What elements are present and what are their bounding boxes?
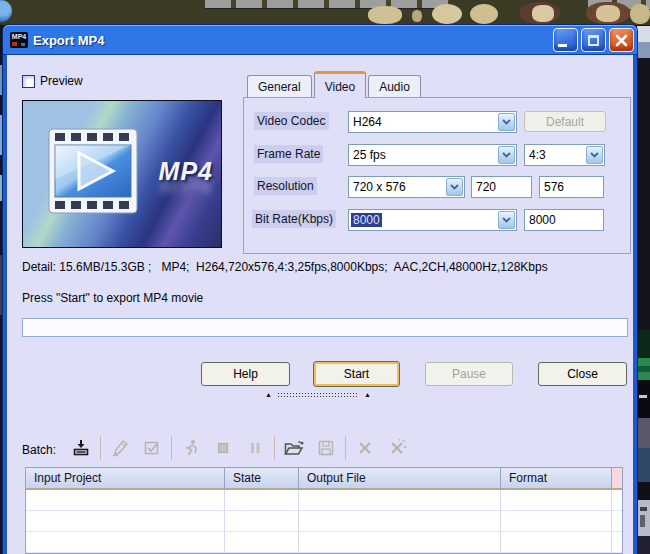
chevron-down-icon (590, 152, 599, 158)
batch-table-header: Input Project State Output File Format (26, 468, 622, 490)
filmstrip-play-icon (47, 127, 141, 219)
resolution-combo[interactable]: 720 x 576 (348, 176, 465, 198)
frame-rate-label: Frame Rate (254, 145, 323, 163)
toolbar-separator (100, 436, 101, 460)
screen: MP4 Export MP4 Preview (0, 0, 650, 554)
video-codec-combo[interactable]: H264 (348, 111, 517, 133)
resolution-dropdown-arrow[interactable] (446, 178, 463, 196)
minimize-button[interactable] (553, 28, 578, 52)
toolbar-separator (345, 436, 346, 460)
background-right-edge (637, 25, 650, 554)
chevron-down-icon (502, 119, 511, 125)
bit-rate-input[interactable] (524, 209, 604, 231)
checkbox-check-icon (142, 438, 162, 458)
edit-pencil-icon (110, 438, 130, 458)
batch-open-button[interactable] (281, 436, 307, 460)
preview-image: MP4 (22, 100, 222, 248)
batch-import-button[interactable] (68, 436, 94, 460)
column-header-output-file[interactable]: Output File (299, 468, 501, 488)
close-button[interactable]: Close (538, 362, 627, 386)
dialog-body: Preview (7, 55, 633, 554)
background-logo (0, 0, 12, 22)
table-row (26, 490, 622, 511)
batch-save-button[interactable] (313, 436, 339, 460)
minimize-icon (558, 44, 567, 47)
collapse-arrow-icon: ▲ (364, 391, 371, 399)
column-header-spacer (612, 468, 622, 488)
detail-text: Detail: 15.6MB/15.3GB ; MP4; H264,720x57… (22, 260, 548, 274)
pause-icon (245, 438, 265, 458)
batch-label: Batch: (22, 443, 56, 457)
aspect-ratio-combo[interactable]: 4:3 (524, 144, 605, 166)
maximize-button[interactable] (581, 28, 606, 52)
save-floppy-icon (316, 438, 336, 458)
chevron-down-icon (502, 217, 511, 223)
video-codec-dropdown-arrow[interactable] (498, 113, 515, 131)
toolbar-separator (171, 436, 172, 460)
collapse-arrow-icon: ▲ (265, 391, 272, 399)
resolution-label: Resolution (254, 177, 317, 195)
toolbar-separator (274, 436, 275, 460)
resolution-width-input[interactable] (471, 176, 532, 198)
run-man-icon (181, 438, 201, 458)
open-folder-icon (283, 438, 305, 458)
collapse-dotted-handle (277, 392, 359, 398)
tab-audio[interactable]: Audio (368, 75, 421, 98)
preview-checkbox-label: Preview (40, 74, 83, 88)
start-button[interactable]: Start (313, 361, 400, 387)
mp4-app-icon: MP4 (10, 32, 28, 48)
export-mp4-dialog: MP4 Export MP4 Preview (3, 25, 637, 554)
batch-table: Input Project State Output File Format (25, 467, 623, 554)
bit-rate-dropdown-arrow[interactable] (498, 211, 515, 229)
pause-button[interactable]: Pause (425, 362, 513, 386)
batch-delete-all-button[interactable] (384, 436, 410, 460)
window-title: Export MP4 (33, 33, 105, 48)
table-row (26, 532, 622, 553)
preview-mp4-text: MP4 (159, 157, 213, 186)
help-button[interactable]: Help (201, 362, 290, 386)
batch-stop-button[interactable] (210, 436, 236, 460)
video-codec-label: Video Codec (254, 112, 329, 130)
chevron-down-icon (450, 184, 459, 190)
tab-general[interactable]: General (247, 75, 312, 98)
column-header-state[interactable]: State (225, 468, 299, 488)
preview-checkbox[interactable] (22, 75, 35, 88)
collapse-batch-control[interactable]: ▲ ▲ (265, 391, 371, 399)
default-button[interactable]: Default (524, 111, 606, 132)
stop-icon (213, 438, 233, 458)
batch-delete-button[interactable] (352, 436, 378, 460)
titlebar[interactable]: MP4 Export MP4 (3, 25, 637, 55)
start-hint-text: Press "Start" to export MP4 movie (22, 291, 203, 305)
delete-x-icon (355, 438, 375, 458)
progress-bar (22, 318, 628, 337)
video-tab-panel: Video Codec H264 Default Frame Rate 25 f… (243, 97, 631, 254)
bit-rate-label: Bit Rate(Kbps) (252, 210, 336, 228)
table-row (26, 511, 622, 532)
frame-rate-dropdown-arrow[interactable] (498, 146, 515, 164)
close-icon (615, 34, 628, 47)
background-app-top (0, 0, 650, 25)
import-icon (71, 438, 91, 458)
batch-check-button[interactable] (139, 436, 165, 460)
batch-pause-button[interactable] (242, 436, 268, 460)
resolution-height-input[interactable] (539, 176, 604, 198)
bit-rate-combo[interactable]: 8000 (348, 209, 517, 231)
aspect-ratio-dropdown-arrow[interactable] (586, 146, 603, 164)
delete-all-x-icon (387, 438, 407, 458)
background-toolbar (205, 0, 450, 9)
column-header-input-project[interactable]: Input Project (26, 468, 225, 488)
batch-edit-button[interactable] (107, 436, 133, 460)
close-window-button[interactable] (609, 28, 634, 52)
chevron-down-icon (502, 152, 511, 158)
column-header-format[interactable]: Format (501, 468, 612, 488)
batch-run-button[interactable] (178, 436, 204, 460)
batch-toolbar (65, 434, 413, 462)
maximize-icon (588, 35, 599, 46)
tab-strip: General Video Audio (247, 71, 423, 98)
tab-video[interactable]: Video (314, 71, 366, 98)
frame-rate-combo[interactable]: 25 fps (348, 144, 517, 166)
